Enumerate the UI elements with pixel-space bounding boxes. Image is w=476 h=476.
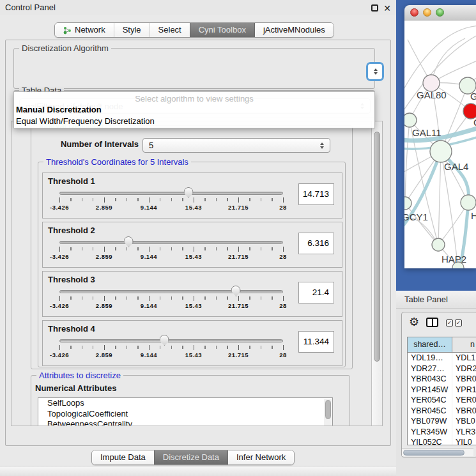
network-view-window: GAL80GAGAL11GAL4GCY1HHAP2C [404,5,476,268]
slider-thumb[interactable] [124,236,134,247]
attribute-list-item[interactable]: TopologicalCoefficient [38,409,332,420]
scrollbar-thumb[interactable] [325,400,331,419]
discretization-algorithm-label: Discretization Algorithm [19,43,111,53]
numerical-attributes-list[interactable]: SelfLoopsTopologicalCoefficientBetweenne… [38,397,333,426]
bottom-tab-infer-network[interactable]: Infer Network [227,450,294,464]
slider-major-tick [283,345,284,350]
table-row[interactable]: YIL052CYIL0 [408,437,476,445]
slider-track[interactable] [59,192,283,195]
slider-major-tick [194,296,194,301]
slider-tick-label: 28 [279,253,287,260]
table-row[interactable]: YBR045CYBR0 [408,406,476,417]
threshold-value-field[interactable]: 14.713 [298,183,334,205]
tab-cyni-toolbox[interactable]: Cyni Toolbox [190,23,254,37]
table-row[interactable]: YPR145WYPR1 [408,385,476,395]
cell-name: YBR0 [452,374,476,385]
network-edge[interactable] [404,33,476,116]
slider-tick-label: 15.43 [185,204,202,211]
network-canvas[interactable]: GAL80GAGAL11GAL4GCY1HHAP2C [404,20,476,268]
tab-label: jActiveMNodules [263,23,325,37]
table-row[interactable]: YLR345WYLR3 [408,427,476,438]
slider-major-tick [238,197,239,203]
network-node-gal11[interactable] [404,113,417,127]
threshold-label: Threshold 1 [48,176,95,186]
table-horizontal-scrollbar[interactable] [402,448,473,456]
algorithm-dropdown-popup: Select algorithm to view settings Manual… [13,91,375,128]
threshold-panel-4: Threshold 4-3.4262.8599.14415.4321.71528… [42,320,342,366]
number-of-intervals-label: Number of Intervals [56,139,139,149]
network-node-h[interactable] [461,195,476,210]
tab-jactivemnodules[interactable]: jActiveMNodules [254,23,334,37]
table-row[interactable]: YBL079WYBL0 [408,416,476,427]
bottom-tab-bar: Impute DataDiscretize DataInfer Network [91,450,295,465]
slider-tick-label: -3.426 [50,204,69,211]
float-panel-icon[interactable] [371,4,378,12]
attributes-list-scrollbar[interactable] [324,399,332,426]
slider-thumb[interactable] [231,286,241,296]
slider-thumb[interactable] [184,187,194,198]
threshold-value-field[interactable]: 21.4 [298,282,334,303]
table-row[interactable]: YDR27…YDR2 [408,364,476,374]
table-panel-body: ⚙ ✓ ✓ shared… n YDL19…YDL1YDR27…YDR2YBR0… [401,312,476,457]
network-node-label: HAP2 [441,254,466,265]
node-attribute-table[interactable]: shared… n YDL19…YDL1YDR27…YDR2YBR043CYBR… [407,337,476,445]
threshold-value-field[interactable]: 11.344 [298,331,334,353]
scrollbar-thumb[interactable] [403,450,464,456]
tab-select[interactable]: Select [150,23,190,37]
popup-placeholder-option[interactable]: Select algorithm to view settings [14,94,374,104]
table-row[interactable]: YBR043CYBR0 [408,374,476,385]
popup-option-equal-width-frequency[interactable]: Equal Width/Frequency Discretization [16,116,155,126]
slider-track[interactable] [59,339,283,342]
column-header-shared-name[interactable]: shared… [408,337,452,352]
desktop-background: GAL80GAGAL11GAL4GCY1HHAP2C [396,0,476,291]
settings-vertical-scrollbar[interactable] [371,121,382,426]
tab-network[interactable]: Network [55,23,114,37]
network-node-hap2[interactable] [432,238,445,251]
slider-tick-label: 21.715 [228,351,249,358]
close-traffic-light-icon[interactable] [410,8,418,17]
checkbox-icon[interactable]: ✓ [446,319,453,326]
number-of-intervals-value: 5 [149,139,153,153]
network-graph: GAL80GAGAL11GAL4GCY1HHAP2C [404,20,476,268]
table-row[interactable]: YDL19…YDL1 [408,353,476,364]
checkbox-icon[interactable]: ✓ [455,319,462,326]
gear-icon[interactable]: ⚙ [409,315,419,328]
minimize-traffic-light-icon[interactable] [423,8,431,17]
attribute-list-item[interactable]: BetweennessCentrality [38,419,332,426]
network-node-gal4[interactable] [430,141,452,162]
slider-thumb[interactable] [160,335,169,346]
popup-option-manual-discretization[interactable]: Manual Discretization [16,105,102,114]
columns-icon[interactable] [426,318,438,327]
table-rows: YDL19…YDL1YDR27…YDR2YBR043CYBR0YPR145WYP… [408,353,476,445]
bottom-tab-impute-data[interactable]: Impute Data [92,450,154,464]
network-window-titlebar[interactable] [404,5,476,20]
discretization-algorithm-group: Discretization Algorithm [13,48,375,89]
slider-major-tick [238,296,239,301]
table-panel-region: Table Panel ⚙ ✓ ✓ shared… n YDL19…YDL1YD… [396,291,476,476]
network-node-gcy1[interactable] [404,197,411,210]
close-icon[interactable]: ✕ [383,3,391,13]
column-header-name[interactable]: n [452,337,476,352]
attribute-list-item[interactable]: SelfLoops [38,398,332,409]
slider-tick-label: -3.426 [50,351,69,358]
cell-name: YDL1 [452,353,476,364]
slider-track[interactable] [59,290,283,293]
threshold-value-field[interactable]: 6.316 [298,233,334,254]
zoom-traffic-light-icon[interactable] [436,8,444,17]
slider-major-tick [194,345,194,350]
thresholds-coordinates-group: Threshold's Coordinates for 5 Intervals … [38,162,346,367]
slider-tick-label: 2.859 [96,351,112,358]
network-edge[interactable] [438,151,441,245]
cell-shared-name: YDR27… [408,364,452,374]
slider-track[interactable] [59,241,283,244]
scrollbar-thumb[interactable] [374,132,380,362]
slider-minor-ticks [59,296,284,300]
number-of-intervals-combobox[interactable]: 5 [142,138,330,153]
network-edge[interactable] [405,120,410,203]
bottom-tab-discretize-data[interactable]: Discretize Data [154,450,227,464]
slider-major-tick [283,247,284,252]
slider-tick-label: 9.144 [141,253,157,260]
table-row[interactable]: YER054CYER0 [408,395,476,406]
tab-style[interactable]: Style [114,23,150,37]
algorithm-combobox[interactable] [366,62,384,81]
